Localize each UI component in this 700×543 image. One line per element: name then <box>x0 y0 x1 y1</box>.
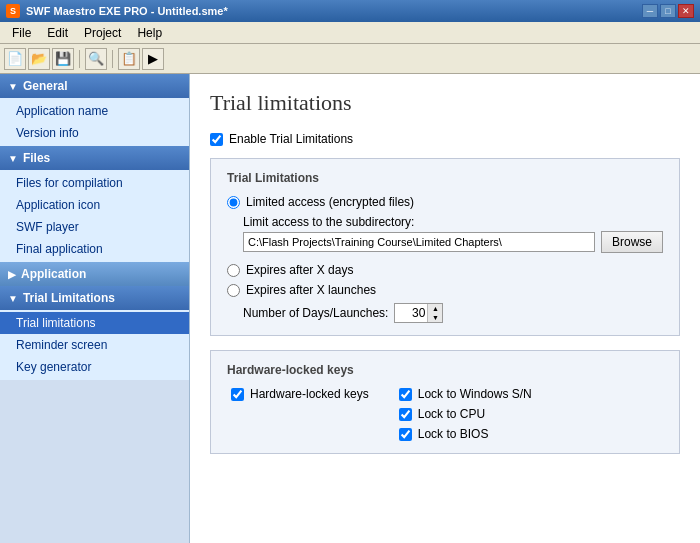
trial-arrow-icon: ▼ <box>8 293 18 304</box>
days-launches-spinbox: ▲ ▼ <box>394 303 443 323</box>
days-launches-row: Number of Days/Launches: ▲ ▼ <box>243 303 663 323</box>
general-items: Application name Version info <box>0 98 189 146</box>
sidebar-item-application-icon[interactable]: Application icon <box>0 194 189 216</box>
hw-main-checkbox-row: Hardware-locked keys <box>231 387 369 401</box>
sidebar-item-trial-limitations[interactable]: Trial limitations <box>0 312 189 334</box>
files-section-label: Files <box>23 151 50 165</box>
trial-section-label: Trial Limitations <box>23 291 115 305</box>
lock-windows-checkbox[interactable] <box>399 388 412 401</box>
limited-access-row: Limited access (encrypted files) <box>227 195 663 209</box>
sidebar-section-application[interactable]: ▶ Application <box>0 262 189 286</box>
expires-launches-radio[interactable] <box>227 284 240 297</box>
new-button[interactable]: 📄 <box>4 48 26 70</box>
files-arrow-icon: ▼ <box>8 153 18 164</box>
sidebar-item-application-name[interactable]: Application name <box>0 100 189 122</box>
run-button[interactable]: ▶ <box>142 48 164 70</box>
limit-access-sublabel: Limit access to the subdirectory: <box>243 215 414 229</box>
menu-help[interactable]: Help <box>129 24 170 42</box>
lock-windows-label[interactable]: Lock to Windows S/N <box>418 387 532 401</box>
maximize-button[interactable]: □ <box>660 4 676 18</box>
hardware-keys-box: Hardware-locked keys Hardware-locked key… <box>210 350 680 454</box>
days-launches-input[interactable] <box>395 306 427 320</box>
spinbox-arrows: ▲ ▼ <box>427 304 442 322</box>
toolbar: 📄 📂 💾 🔍 📋 ▶ <box>0 44 700 74</box>
sidebar-item-key-generator[interactable]: Key generator <box>0 356 189 378</box>
trial-items: Trial limitations Reminder screen Key ge… <box>0 310 189 380</box>
application-arrow-icon: ▶ <box>8 269 16 280</box>
sidebar-item-files-for-compilation[interactable]: Files for compilation <box>0 172 189 194</box>
days-launches-label: Number of Days/Launches: <box>243 306 388 320</box>
enable-trial-checkbox[interactable] <box>210 133 223 146</box>
title-bar-left: S SWF Maestro EXE PRO - Untitled.sme* <box>6 4 228 18</box>
hardware-keys-inner: Hardware-locked keys Lock to Windows S/N… <box>231 387 663 441</box>
limited-access-label[interactable]: Limited access (encrypted files) <box>246 195 414 209</box>
menu-file[interactable]: File <box>4 24 39 42</box>
preview-button[interactable]: 🔍 <box>85 48 107 70</box>
hardware-keys-section-label: Hardware-locked keys <box>227 363 663 377</box>
export-button[interactable]: 📋 <box>118 48 140 70</box>
sidebar-item-reminder-screen[interactable]: Reminder screen <box>0 334 189 356</box>
close-button[interactable]: ✕ <box>678 4 694 18</box>
title-bar: S SWF Maestro EXE PRO - Untitled.sme* ─ … <box>0 0 700 22</box>
page-title: Trial limitations <box>210 90 680 116</box>
sidebar-item-swf-player[interactable]: SWF player <box>0 216 189 238</box>
enable-trial-label[interactable]: Enable Trial Limitations <box>229 132 353 146</box>
minimize-button[interactable]: ─ <box>642 4 658 18</box>
title-bar-controls: ─ □ ✕ <box>642 4 694 18</box>
sidebar-section-trial-limitations[interactable]: ▼ Trial Limitations <box>0 286 189 310</box>
expires-days-radio[interactable] <box>227 264 240 277</box>
lock-cpu-label[interactable]: Lock to CPU <box>418 407 485 421</box>
lock-cpu-row: Lock to CPU <box>399 407 532 421</box>
spinbox-down-button[interactable]: ▼ <box>428 313 442 322</box>
hardware-locked-checkbox[interactable] <box>231 388 244 401</box>
main-layout: ▼ General Application name Version info … <box>0 74 700 543</box>
expires-days-label[interactable]: Expires after X days <box>246 263 353 277</box>
window-title: SWF Maestro EXE PRO - Untitled.sme* <box>26 5 228 17</box>
menu-bar: File Edit Project Help <box>0 22 700 44</box>
open-button[interactable]: 📂 <box>28 48 50 70</box>
sidebar: ▼ General Application name Version info … <box>0 74 190 543</box>
hardware-keys-options: Lock to Windows S/N Lock to CPU Lock to … <box>399 387 532 441</box>
content-area: Trial limitations Enable Trial Limitatio… <box>190 74 700 543</box>
trial-limitations-label: Trial Limitations <box>227 171 663 185</box>
enable-trial-row: Enable Trial Limitations <box>210 132 680 146</box>
path-row: Browse <box>243 231 663 253</box>
menu-edit[interactable]: Edit <box>39 24 76 42</box>
hardware-locked-label[interactable]: Hardware-locked keys <box>250 387 369 401</box>
sidebar-section-general[interactable]: ▼ General <box>0 74 189 98</box>
path-input[interactable] <box>243 232 595 252</box>
sidebar-section-files[interactable]: ▼ Files <box>0 146 189 170</box>
expires-launches-row: Expires after X launches <box>227 283 663 297</box>
spinbox-up-button[interactable]: ▲ <box>428 304 442 313</box>
toolbar-separator-2 <box>112 50 113 68</box>
sidebar-item-final-application[interactable]: Final application <box>0 238 189 260</box>
lock-windows-row: Lock to Windows S/N <box>399 387 532 401</box>
app-icon: S <box>6 4 20 18</box>
application-section-label: Application <box>21 267 86 281</box>
lock-bios-checkbox[interactable] <box>399 428 412 441</box>
general-section-label: General <box>23 79 68 93</box>
lock-cpu-checkbox[interactable] <box>399 408 412 421</box>
save-button[interactable]: 💾 <box>52 48 74 70</box>
toolbar-separator-1 <box>79 50 80 68</box>
general-arrow-icon: ▼ <box>8 81 18 92</box>
files-items: Files for compilation Application icon S… <box>0 170 189 262</box>
sidebar-item-version-info[interactable]: Version info <box>0 122 189 144</box>
path-input-row: Limit access to the subdirectory: <box>243 215 663 229</box>
lock-bios-row: Lock to BIOS <box>399 427 532 441</box>
limited-access-radio[interactable] <box>227 196 240 209</box>
browse-button[interactable]: Browse <box>601 231 663 253</box>
trial-limitations-box: Trial Limitations Limited access (encryp… <box>210 158 680 336</box>
lock-bios-label[interactable]: Lock to BIOS <box>418 427 489 441</box>
expires-days-row: Expires after X days <box>227 263 663 277</box>
expires-launches-label[interactable]: Expires after X launches <box>246 283 376 297</box>
menu-project[interactable]: Project <box>76 24 129 42</box>
